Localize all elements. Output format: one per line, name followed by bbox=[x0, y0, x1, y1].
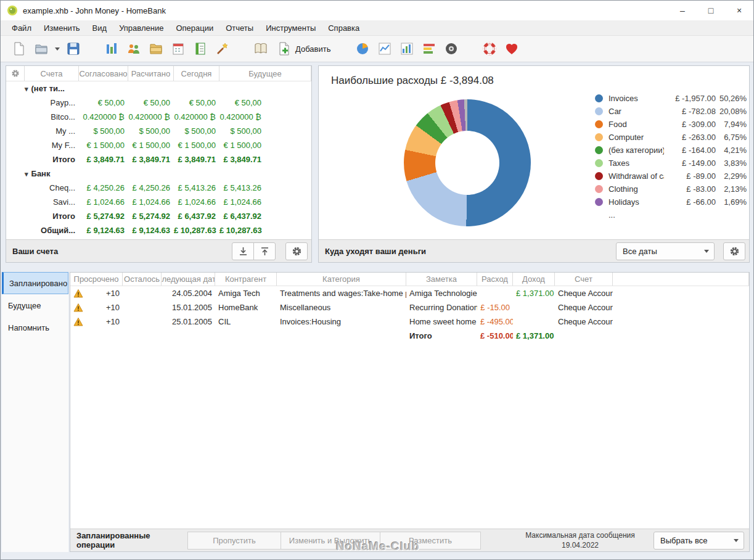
chart-settings-button[interactable] bbox=[723, 242, 745, 260]
account-row[interactable]: My F...€ 1 500,00€ 1 500,00€ 1 500,00€ 1… bbox=[6, 138, 311, 152]
manage-assignments-button[interactable] bbox=[211, 38, 234, 59]
legend-label: (без категории) bbox=[609, 146, 664, 155]
column-cleared[interactable]: Расчитано bbox=[128, 66, 174, 81]
donate-heart-button[interactable] bbox=[501, 38, 523, 59]
select-all-dropdown[interactable]: Выбрать все bbox=[654, 532, 744, 550]
column-income[interactable]: Доход bbox=[513, 273, 555, 286]
new-file-button[interactable] bbox=[8, 38, 30, 59]
menu-view[interactable]: Вид bbox=[86, 22, 113, 35]
overdue-cell: +10 bbox=[70, 303, 123, 313]
manage-scheduled-button[interactable] bbox=[167, 38, 189, 59]
expander-icon[interactable]: ▾ bbox=[25, 170, 28, 178]
close-button[interactable]: × bbox=[725, 1, 753, 20]
maximize-button[interactable]: □ bbox=[697, 1, 725, 20]
manage-budget-button[interactable] bbox=[189, 38, 211, 59]
date-filter-dropdown[interactable]: Все даты bbox=[616, 242, 715, 260]
accounts-settings-button[interactable] bbox=[285, 242, 308, 260]
account-row[interactable]: ▾Банк bbox=[6, 167, 311, 181]
column-overdue[interactable]: Просрочено bbox=[70, 273, 123, 286]
column-account[interactable]: Счет bbox=[555, 273, 613, 286]
minimize-button[interactable]: – bbox=[668, 1, 697, 20]
menu-tools[interactable]: Инструменты bbox=[260, 22, 322, 35]
window-controls: – □ × bbox=[668, 1, 753, 20]
add-transaction-button[interactable]: Добавить bbox=[272, 38, 335, 59]
donut-chart bbox=[404, 99, 531, 226]
open-recent-dropdown[interactable] bbox=[52, 38, 62, 59]
manage-categories-button[interactable] bbox=[145, 38, 167, 59]
menu-transactions[interactable]: Операции bbox=[170, 22, 219, 35]
account-amount: £ 1,024.66 bbox=[219, 197, 265, 207]
scheduled-row[interactable]: +1024.05.2004Amiga TechTreatments and wa… bbox=[70, 286, 749, 300]
account-name: Payp... bbox=[51, 98, 75, 107]
account-row[interactable]: Cheq...£ 4,250.26£ 4,250.26£ 5,413.26£ 5… bbox=[6, 181, 311, 195]
gear-icon bbox=[292, 246, 302, 257]
tab-scheduled-label: Запланировано bbox=[9, 279, 67, 288]
account-row[interactable]: ▾(нет ти... bbox=[6, 81, 311, 96]
accounts-settings-column[interactable] bbox=[6, 66, 25, 81]
budget-report-button[interactable] bbox=[418, 38, 440, 59]
menu-edit[interactable]: Изменить bbox=[38, 22, 86, 35]
manage-payees-button[interactable] bbox=[123, 38, 145, 59]
account-row[interactable]: Итого£ 3,849.71£ 3,849.71£ 3,849.71£ 3,8… bbox=[6, 152, 311, 167]
scheduled-row[interactable]: +1015.01.2005HomeBankMiscellaneousRecurr… bbox=[70, 300, 749, 315]
help-lifebuoy-button[interactable] bbox=[478, 38, 501, 59]
menu-bar: Файл Изменить Вид Управление Операции От… bbox=[1, 20, 753, 36]
column-future[interactable]: Будущее bbox=[219, 66, 311, 81]
account-row[interactable]: Общий...£ 9,124.63£ 9,124.63£ 10,287.63£… bbox=[6, 223, 311, 237]
scheduled-tabs: Запланировано Будущее Напомнить bbox=[2, 272, 68, 552]
show-ledger-button[interactable] bbox=[250, 38, 272, 59]
tab-scheduled[interactable]: Запланировано bbox=[2, 272, 68, 294]
account-amount: £ 1,024.66 bbox=[128, 197, 174, 207]
legend-amount: £ -66.00 bbox=[664, 197, 716, 207]
account-row[interactable]: Bitco...0.420000 ₿0.420000 ₿0.420000 ₿0.… bbox=[6, 110, 311, 124]
vehicle-cost-button[interactable] bbox=[440, 38, 462, 59]
account-label: Итого bbox=[6, 212, 79, 221]
menu-reports[interactable]: Отчеты bbox=[219, 22, 260, 35]
column-remaining[interactable]: Осталось bbox=[123, 273, 162, 286]
legend-color-swatch bbox=[595, 172, 603, 180]
column-accounts[interactable]: Счета bbox=[25, 66, 79, 81]
account-name: My ... bbox=[55, 126, 75, 136]
tab-remind[interactable]: Напомнить bbox=[2, 316, 68, 339]
scheduled-row[interactable]: +1025.01.2005CILInvoices:HousingHome swe… bbox=[70, 315, 749, 329]
column-reconciled[interactable]: Согласовано bbox=[79, 66, 128, 81]
account-row[interactable]: My ...$ 500,00$ 500,00$ 500,00$ 500,00 bbox=[6, 124, 311, 138]
account-amount: 0.420000 ₿ bbox=[219, 112, 265, 121]
account-label: My F... bbox=[6, 141, 79, 150]
account-row[interactable]: Savi...£ 1,024.66£ 1,024.66£ 1,024.66£ 1… bbox=[6, 195, 311, 209]
collapse-all-button[interactable] bbox=[253, 242, 276, 260]
account-amount: 0.420000 ₿ bbox=[174, 112, 219, 121]
accounts-footer-label: Ваши счета bbox=[12, 247, 58, 256]
expand-all-button[interactable] bbox=[232, 242, 254, 260]
trendtime-report-button[interactable] bbox=[374, 38, 396, 59]
tab-future[interactable]: Будущее bbox=[2, 294, 68, 316]
account-row[interactable]: Payp...€ 50,00€ 50,00€ 50,00€ 50,00 bbox=[6, 96, 311, 110]
expander-icon[interactable]: ▾ bbox=[25, 85, 28, 93]
column-today[interactable]: Сегодня bbox=[174, 66, 219, 81]
manage-accounts-button[interactable] bbox=[100, 38, 123, 59]
menu-file[interactable]: Файл bbox=[6, 22, 38, 35]
account-amount: £ 5,274.92 bbox=[128, 212, 174, 221]
select-all-value: Выбрать все bbox=[660, 536, 707, 545]
open-file-button[interactable] bbox=[30, 38, 52, 59]
skip-button[interactable]: Пропустить bbox=[187, 532, 281, 550]
menu-help[interactable]: Справка bbox=[322, 22, 366, 35]
save-file-button[interactable] bbox=[62, 38, 84, 59]
overdue-cell: +10 bbox=[70, 317, 123, 327]
account-amount: € 1 500,00 bbox=[79, 141, 128, 150]
column-payee[interactable]: Контрагент bbox=[215, 273, 277, 286]
column-memo[interactable]: Заметка bbox=[406, 273, 477, 286]
column-next-date[interactable]: Следующая дата bbox=[162, 273, 215, 286]
account-amount: € 50,00 bbox=[128, 98, 174, 107]
chart-panel-footer: Куда уходят ваши деньги Все даты bbox=[319, 239, 749, 262]
legend-color-swatch bbox=[595, 120, 603, 128]
expand-collapse-buttons bbox=[232, 242, 276, 260]
menu-manage[interactable]: Управление bbox=[113, 22, 170, 35]
next-date-cell: 24.05.2004 bbox=[162, 289, 215, 298]
column-category[interactable]: Категория bbox=[277, 273, 406, 286]
statistics-report-button[interactable] bbox=[351, 38, 374, 59]
balance-report-button[interactable] bbox=[396, 38, 418, 59]
column-expense[interactable]: Расход bbox=[477, 273, 513, 286]
gear-icon bbox=[11, 69, 20, 78]
account-row[interactable]: Итого£ 5,274.92£ 5,274.92£ 6,437.92£ 6,4… bbox=[6, 209, 311, 223]
